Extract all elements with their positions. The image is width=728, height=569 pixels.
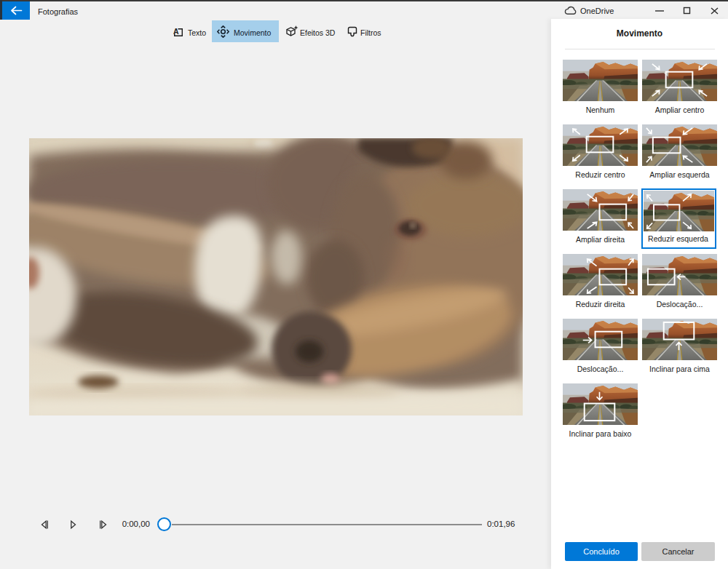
svg-text:A: A bbox=[173, 27, 179, 36]
